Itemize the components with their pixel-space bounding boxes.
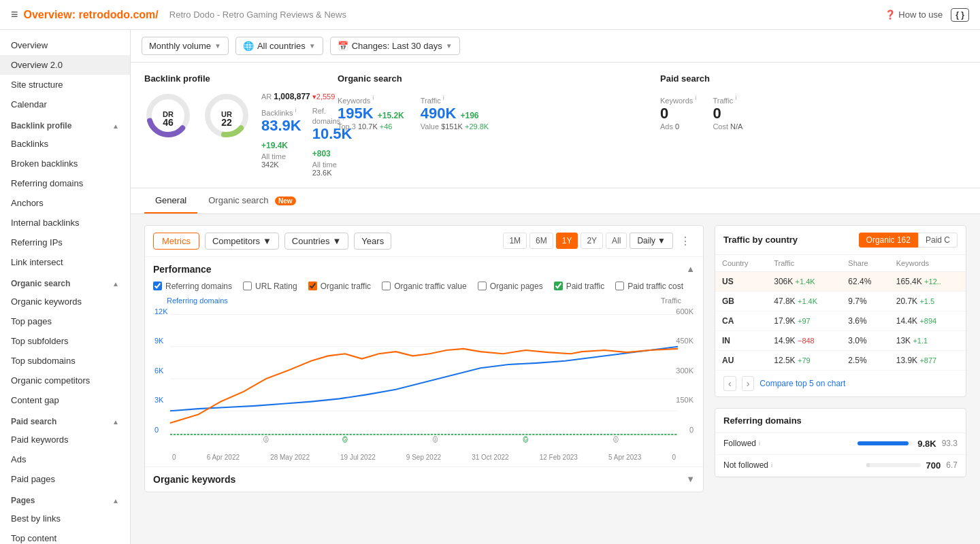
time-btn-all[interactable]: All bbox=[606, 233, 627, 249]
sidebar-item-referring-ips[interactable]: Referring IPs bbox=[0, 233, 130, 252]
ref-not-followed-bar-container bbox=[866, 463, 921, 467]
tab-pill-paid[interactable]: Paid C bbox=[918, 233, 958, 248]
sidebar-item-broken-backlinks[interactable]: Broken backlinks bbox=[0, 154, 130, 173]
chevron-down-competitors: ▼ bbox=[263, 236, 272, 246]
share-ca: 3.6% bbox=[841, 311, 889, 330]
sidebar-item-anchors[interactable]: Anchors bbox=[0, 193, 130, 213]
time-btn-1m[interactable]: 1M bbox=[503, 233, 527, 249]
sidebar-item-referring-domains[interactable]: Referring domains bbox=[0, 173, 130, 193]
checkbox-organic-traffic-value[interactable]: Organic traffic value bbox=[382, 282, 467, 291]
sidebar-section-paid-search[interactable]: Paid search ▲ bbox=[0, 410, 130, 430]
nav-left: ≡ Overview: retrododo.com/ Retro Dodo - … bbox=[11, 7, 346, 22]
checkbox-paid-traffic-cost[interactable]: Paid traffic cost bbox=[615, 282, 683, 291]
x-axis-labels: 0 6 Apr 2022 28 May 2022 19 Jul 2022 9 S… bbox=[153, 454, 695, 461]
tab-general[interactable]: General bbox=[144, 188, 197, 214]
nav-right: ❓ How to use { } bbox=[885, 8, 969, 22]
traffic-ca: 17.9K +97 bbox=[767, 311, 841, 330]
how-to-use-btn[interactable]: ❓ How to use bbox=[885, 10, 943, 20]
competitors-btn[interactable]: Competitors ▼ bbox=[205, 233, 279, 250]
time-btn-1y[interactable]: 1Y bbox=[556, 233, 578, 249]
sidebar-item-best-by-links[interactable]: Best by links bbox=[0, 509, 130, 528]
performance-toggle-icon[interactable]: ▲ bbox=[686, 264, 695, 274]
table-header-row: Country Traffic Share Keywords bbox=[715, 255, 966, 272]
chevron-down-icon-changes: ▼ bbox=[446, 42, 453, 50]
api-badge[interactable]: { } bbox=[951, 8, 969, 22]
years-btn[interactable]: Years bbox=[354, 233, 391, 250]
monthly-volume-btn[interactable]: Monthly volume ▼ bbox=[142, 37, 229, 55]
sidebar-item-content-gap[interactable]: Content gap bbox=[0, 390, 130, 410]
sidebar-item-top-pages[interactable]: Top pages bbox=[0, 311, 130, 331]
time-btn-6m[interactable]: 6M bbox=[529, 233, 553, 249]
sidebar-item-paid-keywords[interactable]: Paid keywords bbox=[0, 430, 130, 449]
checkbox-paid-traffic-cost-input[interactable] bbox=[615, 282, 624, 290]
sidebar-section-backlink-profile[interactable]: Backlink profile ▲ bbox=[0, 114, 130, 134]
share-us: 62.4% bbox=[841, 271, 889, 291]
checkboxes-row: Referring domains URL Rating Organic tra… bbox=[145, 279, 703, 296]
checkbox-paid-traffic[interactable]: Paid traffic bbox=[554, 282, 604, 291]
checkbox-organic-pages[interactable]: Organic pages bbox=[478, 282, 543, 291]
dr-circle: DR 46 bbox=[144, 92, 192, 139]
sidebar-item-top-content[interactable]: Top content bbox=[0, 528, 130, 544]
hamburger-icon[interactable]: ≡ bbox=[11, 7, 18, 22]
backlinks-value: 83.9K +19.4K bbox=[261, 117, 301, 152]
share-gb: 9.7% bbox=[841, 291, 889, 311]
table-row: US 306K +1.4K 62.4% 165.4K +12.. bbox=[715, 271, 966, 291]
countries-btn[interactable]: Countries ▼ bbox=[284, 233, 349, 250]
daily-btn[interactable]: Daily ▼ bbox=[630, 233, 673, 249]
ref-domains-title: Referring domains bbox=[723, 415, 802, 426]
sidebar-item-link-intersect[interactable]: Link intersect bbox=[0, 252, 130, 272]
page-title: Overview: retrododo.com/ bbox=[24, 9, 159, 21]
checkbox-url-rating-input[interactable] bbox=[243, 282, 252, 290]
time-btn-2y[interactable]: 2Y bbox=[581, 233, 603, 249]
sidebar-item-top-subfolders[interactable]: Top subfolders bbox=[0, 331, 130, 351]
sidebar-item-organic-competitors[interactable]: Organic competitors bbox=[0, 371, 130, 390]
share-in: 3.0% bbox=[841, 330, 889, 350]
sidebar-item-overview2[interactable]: Overview 2.0 bbox=[0, 55, 130, 75]
chart-series-labels: Referring domains Traffic bbox=[145, 296, 703, 307]
sidebar-section-organic-search[interactable]: Organic search ▲ bbox=[0, 272, 130, 292]
sidebar-item-internal-backlinks[interactable]: Internal backlinks bbox=[0, 213, 130, 233]
referring-domains-panel: Referring domains Followed i 9.8K 93.3 bbox=[715, 408, 966, 477]
checkbox-url-rating[interactable]: URL Rating bbox=[243, 282, 297, 291]
traffic-tab-pills: Organic 162 Paid C bbox=[859, 233, 958, 248]
organic-keywords-toggle[interactable]: ▼ bbox=[686, 474, 695, 484]
traffic-gb: 47.8K +1.4K bbox=[767, 291, 841, 311]
next-page-btn[interactable]: › bbox=[742, 376, 755, 391]
metrics-btn[interactable]: Metrics bbox=[153, 233, 199, 250]
title-text: Overview: bbox=[24, 9, 79, 20]
checkbox-referring-domains-input[interactable] bbox=[153, 282, 162, 290]
checkbox-organic-traffic-value-input[interactable] bbox=[382, 282, 391, 290]
sidebar-item-calendar[interactable]: Calendar bbox=[0, 95, 130, 114]
countries-btn-label: Countries bbox=[292, 236, 330, 246]
ref-followed-pct: 93.3 bbox=[942, 439, 958, 448]
prev-page-btn[interactable]: ‹ bbox=[723, 376, 736, 391]
sidebar-item-overview[interactable]: Overview bbox=[0, 35, 130, 55]
table-row: IN 14.9K −848 3.0% 13K +1.1 bbox=[715, 330, 966, 350]
performance-title: Performance bbox=[153, 264, 212, 275]
changes-btn[interactable]: 📅 Changes: Last 30 days ▼ bbox=[330, 37, 460, 55]
organic-keywords-stat: Keywords i 195K +15.2K Top 3 10.7K +46 bbox=[338, 95, 404, 131]
checkbox-organic-traffic[interactable]: Organic traffic bbox=[308, 282, 371, 291]
checkbox-organic-traffic-input[interactable] bbox=[308, 282, 317, 290]
sidebar-item-paid-pages[interactable]: Paid pages bbox=[0, 469, 130, 489]
tab-pill-organic[interactable]: Organic 162 bbox=[859, 233, 918, 248]
compare-link[interactable]: Compare top 5 on chart bbox=[760, 379, 845, 388]
ref-not-followed-bar bbox=[866, 463, 870, 467]
sidebar-item-site-structure[interactable]: Site structure bbox=[0, 75, 130, 95]
sidebar-item-top-subdomains[interactable]: Top subdomains bbox=[0, 351, 130, 371]
sidebar-section-pages[interactable]: Pages ▲ bbox=[0, 489, 130, 509]
more-options-btn[interactable]: ⋮ bbox=[676, 233, 695, 249]
checkbox-paid-traffic-input[interactable] bbox=[554, 282, 563, 290]
ref-row-followed: Followed i 9.8K 93.3 bbox=[715, 433, 966, 455]
checkbox-referring-domains[interactable]: Referring domains bbox=[153, 282, 232, 291]
all-countries-btn[interactable]: 🌐 All countries ▼ bbox=[235, 37, 323, 55]
tab-organic-search[interactable]: Organic search New bbox=[197, 188, 306, 214]
checkbox-organic-pages-input[interactable] bbox=[478, 282, 487, 290]
sidebar-item-organic-keywords[interactable]: Organic keywords bbox=[0, 292, 130, 311]
country-ca: CA bbox=[715, 311, 767, 330]
tab-organic-search-label: Organic search bbox=[208, 195, 268, 205]
paid-metrics-row: Keywords i 0 Ads 0 Traffic i 0 Cost N/A bbox=[660, 95, 966, 131]
site-description: Retro Dodo - Retro Gaming Reviews & News bbox=[169, 10, 346, 20]
sidebar-item-backlinks[interactable]: Backlinks bbox=[0, 134, 130, 154]
sidebar-item-ads[interactable]: Ads bbox=[0, 449, 130, 469]
